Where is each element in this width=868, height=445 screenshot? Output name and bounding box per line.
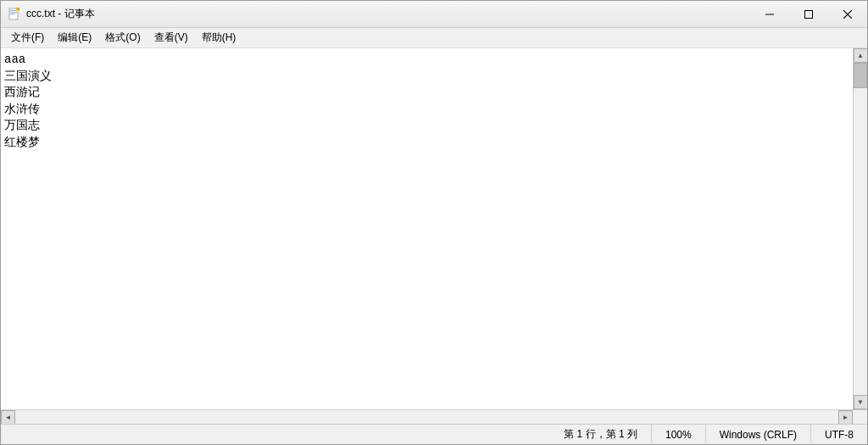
vertical-scrollbar: ▲ ▼ <box>853 48 867 409</box>
svg-rect-7 <box>805 10 813 18</box>
scroll-down-button[interactable]: ▼ <box>854 395 868 409</box>
menu-edit[interactable]: 编辑(E) <box>51 29 98 47</box>
notepad-window: ccc.txt - 记事本 文件(F) 编辑(E) <box>0 0 868 445</box>
svg-rect-6 <box>765 14 774 14</box>
menu-format[interactable]: 格式(O) <box>98 29 147 47</box>
scroll-corner <box>853 410 867 425</box>
scroll-right-button[interactable]: ► <box>838 410 853 425</box>
maximize-button[interactable] <box>789 1 828 28</box>
zoom-level: 100% <box>651 425 705 445</box>
svg-rect-3 <box>10 14 15 14</box>
cursor-position: 第 1 行，第 1 列 <box>550 425 651 445</box>
scroll-up-button[interactable]: ▲ <box>854 48 868 63</box>
line-ending: Windows (CRLF) <box>705 425 810 445</box>
window-title: ccc.txt - 记事本 <box>26 7 95 21</box>
status-sections: 第 1 行，第 1 列 100% Windows (CRLF) UTF-8 <box>550 425 867 445</box>
h-scroll-track[interactable] <box>15 410 838 424</box>
text-editor[interactable]: aaa 三国演义 西游记 水浒传 万国志 红楼梦 <box>1 48 853 409</box>
status-bar: 第 1 行，第 1 列 100% Windows (CRLF) UTF-8 <box>1 424 867 444</box>
scroll-track[interactable] <box>854 63 867 395</box>
menu-view[interactable]: 查看(V) <box>147 29 195 47</box>
scroll-thumb[interactable] <box>854 63 867 88</box>
title-bar-left: ccc.txt - 记事本 <box>8 7 95 21</box>
close-button[interactable] <box>828 1 867 28</box>
svg-rect-2 <box>10 12 17 13</box>
svg-rect-1 <box>10 10 17 11</box>
title-bar-buttons <box>750 1 867 28</box>
content-wrapper: aaa 三国演义 西游记 水浒传 万国志 红楼梦 ▲ ▼ <box>1 48 867 409</box>
menu-file[interactable]: 文件(F) <box>4 29 51 47</box>
title-bar: ccc.txt - 记事本 <box>1 1 867 28</box>
minimize-button[interactable] <box>750 1 789 28</box>
horizontal-scrollbar-wrapper: ◄ ► <box>1 409 867 424</box>
notepad-icon <box>8 8 21 21</box>
menu-bar: 文件(F) 编辑(E) 格式(O) 查看(V) 帮助(H) <box>1 28 867 48</box>
encoding: UTF-8 <box>810 425 867 445</box>
menu-help[interactable]: 帮助(H) <box>195 29 243 47</box>
scroll-left-button[interactable]: ◄ <box>1 410 15 425</box>
